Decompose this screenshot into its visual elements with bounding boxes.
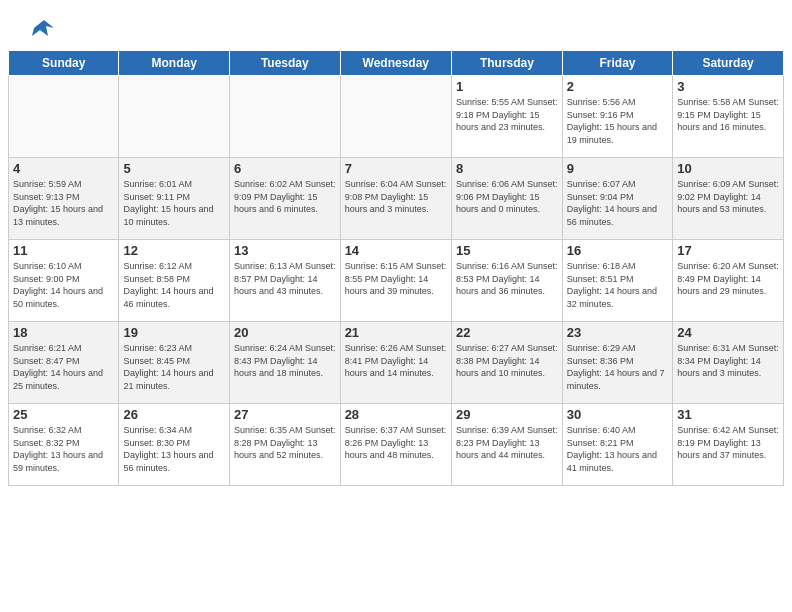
day-number: 25 [13,407,114,422]
day-cell-25: 25Sunrise: 6:32 AM Sunset: 8:32 PM Dayli… [9,404,119,486]
cell-info: Sunrise: 6:18 AM Sunset: 8:51 PM Dayligh… [567,260,668,310]
week-row-4: 18Sunrise: 6:21 AM Sunset: 8:47 PM Dayli… [9,322,784,404]
day-cell-16: 16Sunrise: 6:18 AM Sunset: 8:51 PM Dayli… [562,240,672,322]
day-cell-1: 1Sunrise: 5:55 AM Sunset: 9:18 PM Daylig… [451,76,562,158]
day-cell-18: 18Sunrise: 6:21 AM Sunset: 8:47 PM Dayli… [9,322,119,404]
cell-info: Sunrise: 6:12 AM Sunset: 8:58 PM Dayligh… [123,260,225,310]
day-cell-6: 6Sunrise: 6:02 AM Sunset: 9:09 PM Daylig… [229,158,340,240]
day-header-friday: Friday [562,51,672,76]
cell-info: Sunrise: 6:23 AM Sunset: 8:45 PM Dayligh… [123,342,225,392]
day-cell-21: 21Sunrise: 6:26 AM Sunset: 8:41 PM Dayli… [340,322,451,404]
day-cell-14: 14Sunrise: 6:15 AM Sunset: 8:55 PM Dayli… [340,240,451,322]
day-number: 27 [234,407,336,422]
day-cell-10: 10Sunrise: 6:09 AM Sunset: 9:02 PM Dayli… [673,158,784,240]
cell-info: Sunrise: 6:20 AM Sunset: 8:49 PM Dayligh… [677,260,779,298]
cell-info: Sunrise: 6:32 AM Sunset: 8:32 PM Dayligh… [13,424,114,474]
day-number: 18 [13,325,114,340]
day-cell-2: 2Sunrise: 5:56 AM Sunset: 9:16 PM Daylig… [562,76,672,158]
day-cell-9: 9Sunrise: 6:07 AM Sunset: 9:04 PM Daylig… [562,158,672,240]
day-number: 2 [567,79,668,94]
day-cell-15: 15Sunrise: 6:16 AM Sunset: 8:53 PM Dayli… [451,240,562,322]
day-header-wednesday: Wednesday [340,51,451,76]
day-cell-19: 19Sunrise: 6:23 AM Sunset: 8:45 PM Dayli… [119,322,230,404]
week-row-5: 25Sunrise: 6:32 AM Sunset: 8:32 PM Dayli… [9,404,784,486]
day-number: 9 [567,161,668,176]
cell-info: Sunrise: 5:56 AM Sunset: 9:16 PM Dayligh… [567,96,668,146]
day-cell-22: 22Sunrise: 6:27 AM Sunset: 8:38 PM Dayli… [451,322,562,404]
day-cell-13: 13Sunrise: 6:13 AM Sunset: 8:57 PM Dayli… [229,240,340,322]
cell-info: Sunrise: 6:04 AM Sunset: 9:08 PM Dayligh… [345,178,447,216]
cell-info: Sunrise: 6:27 AM Sunset: 8:38 PM Dayligh… [456,342,558,380]
week-row-1: 1Sunrise: 5:55 AM Sunset: 9:18 PM Daylig… [9,76,784,158]
day-number: 3 [677,79,779,94]
day-cell-11: 11Sunrise: 6:10 AM Sunset: 9:00 PM Dayli… [9,240,119,322]
cell-info: Sunrise: 6:42 AM Sunset: 8:19 PM Dayligh… [677,424,779,462]
cell-info: Sunrise: 6:16 AM Sunset: 8:53 PM Dayligh… [456,260,558,298]
day-number: 10 [677,161,779,176]
day-number: 28 [345,407,447,422]
day-header-thursday: Thursday [451,51,562,76]
day-number: 1 [456,79,558,94]
day-number: 11 [13,243,114,258]
cell-info: Sunrise: 6:37 AM Sunset: 8:26 PM Dayligh… [345,424,447,462]
logo-bird-icon [26,18,54,40]
day-cell-28: 28Sunrise: 6:37 AM Sunset: 8:26 PM Dayli… [340,404,451,486]
cell-info: Sunrise: 6:13 AM Sunset: 8:57 PM Dayligh… [234,260,336,298]
day-cell-8: 8Sunrise: 6:06 AM Sunset: 9:06 PM Daylig… [451,158,562,240]
cell-info: Sunrise: 6:10 AM Sunset: 9:00 PM Dayligh… [13,260,114,310]
day-number: 12 [123,243,225,258]
week-row-2: 4Sunrise: 5:59 AM Sunset: 9:13 PM Daylig… [9,158,784,240]
day-number: 29 [456,407,558,422]
day-number: 21 [345,325,447,340]
logo [24,18,54,40]
empty-cell [9,76,119,158]
empty-cell [229,76,340,158]
day-number: 22 [456,325,558,340]
day-cell-4: 4Sunrise: 5:59 AM Sunset: 9:13 PM Daylig… [9,158,119,240]
day-cell-29: 29Sunrise: 6:39 AM Sunset: 8:23 PM Dayli… [451,404,562,486]
day-number: 15 [456,243,558,258]
cell-info: Sunrise: 6:39 AM Sunset: 8:23 PM Dayligh… [456,424,558,462]
cell-info: Sunrise: 6:24 AM Sunset: 8:43 PM Dayligh… [234,342,336,380]
day-number: 23 [567,325,668,340]
calendar-wrapper: SundayMondayTuesdayWednesdayThursdayFrid… [0,50,792,494]
cell-info: Sunrise: 6:29 AM Sunset: 8:36 PM Dayligh… [567,342,668,392]
day-number: 14 [345,243,447,258]
day-cell-24: 24Sunrise: 6:31 AM Sunset: 8:34 PM Dayli… [673,322,784,404]
day-number: 26 [123,407,225,422]
cell-info: Sunrise: 6:35 AM Sunset: 8:28 PM Dayligh… [234,424,336,462]
day-header-sunday: Sunday [9,51,119,76]
cell-info: Sunrise: 5:58 AM Sunset: 9:15 PM Dayligh… [677,96,779,134]
day-cell-30: 30Sunrise: 6:40 AM Sunset: 8:21 PM Dayli… [562,404,672,486]
header [0,0,792,50]
cell-info: Sunrise: 6:26 AM Sunset: 8:41 PM Dayligh… [345,342,447,380]
day-number: 5 [123,161,225,176]
svg-marker-0 [32,20,54,36]
day-cell-23: 23Sunrise: 6:29 AM Sunset: 8:36 PM Dayli… [562,322,672,404]
empty-cell [340,76,451,158]
day-number: 17 [677,243,779,258]
day-number: 20 [234,325,336,340]
day-header-row: SundayMondayTuesdayWednesdayThursdayFrid… [9,51,784,76]
day-number: 24 [677,325,779,340]
day-cell-12: 12Sunrise: 6:12 AM Sunset: 8:58 PM Dayli… [119,240,230,322]
day-cell-27: 27Sunrise: 6:35 AM Sunset: 8:28 PM Dayli… [229,404,340,486]
day-header-tuesday: Tuesday [229,51,340,76]
day-cell-3: 3Sunrise: 5:58 AM Sunset: 9:15 PM Daylig… [673,76,784,158]
calendar-table: SundayMondayTuesdayWednesdayThursdayFrid… [8,50,784,486]
cell-info: Sunrise: 6:01 AM Sunset: 9:11 PM Dayligh… [123,178,225,228]
logo-container [24,18,54,40]
empty-cell [119,76,230,158]
day-number: 7 [345,161,447,176]
cell-info: Sunrise: 6:06 AM Sunset: 9:06 PM Dayligh… [456,178,558,216]
day-number: 6 [234,161,336,176]
day-header-saturday: Saturday [673,51,784,76]
cell-info: Sunrise: 6:21 AM Sunset: 8:47 PM Dayligh… [13,342,114,392]
cell-info: Sunrise: 6:07 AM Sunset: 9:04 PM Dayligh… [567,178,668,228]
day-number: 16 [567,243,668,258]
cell-info: Sunrise: 5:55 AM Sunset: 9:18 PM Dayligh… [456,96,558,134]
day-cell-17: 17Sunrise: 6:20 AM Sunset: 8:49 PM Dayli… [673,240,784,322]
day-number: 4 [13,161,114,176]
day-number: 13 [234,243,336,258]
day-cell-5: 5Sunrise: 6:01 AM Sunset: 9:11 PM Daylig… [119,158,230,240]
